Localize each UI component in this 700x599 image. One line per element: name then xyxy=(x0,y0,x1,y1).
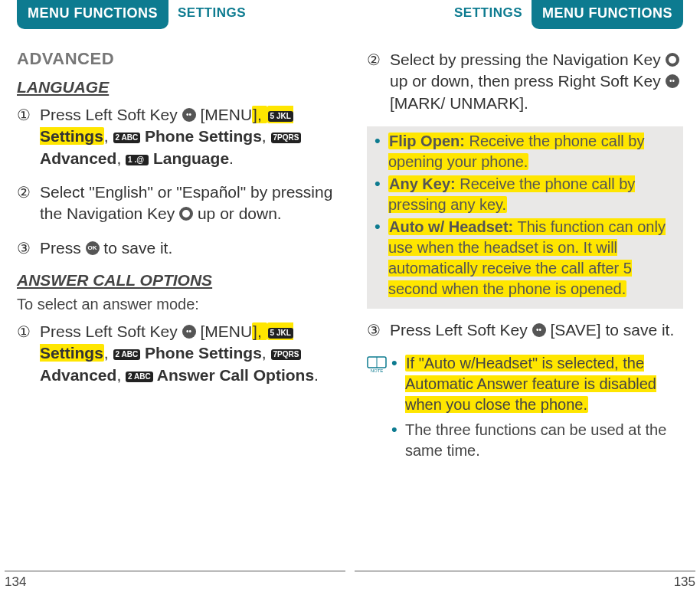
key-2-icon xyxy=(113,133,141,143)
step-body: Select "English" or "Español" by pressin… xyxy=(40,182,333,225)
key-2-icon xyxy=(126,372,153,382)
text-bold: Advanced xyxy=(40,366,116,384)
note-list: If "Auto w/Headset" is selected, the Aut… xyxy=(391,353,683,466)
text-bold: Settings xyxy=(40,127,103,145)
header-row-right: SETTINGS MENU FUNCTIONS xyxy=(367,0,683,31)
text: Press Left Soft Key xyxy=(390,321,532,339)
key-7-icon xyxy=(271,349,302,360)
right-soft-key-icon xyxy=(666,74,679,88)
settings-label-right: SETTINGS xyxy=(445,0,532,26)
text-bold: Phone Settings xyxy=(140,344,262,362)
footer-rule xyxy=(355,571,695,571)
text: [SAVE] to save it. xyxy=(546,321,675,339)
text: [MENU xyxy=(196,106,253,123)
page-number-left: 134 xyxy=(5,574,26,590)
info-panel: Flip Open: Receive the phone call by ope… xyxy=(367,126,683,309)
step-body: Select by pressing the Navigation Key up… xyxy=(390,49,683,114)
page-number-right: 135 xyxy=(674,574,695,590)
text-bold: Answer Call Options xyxy=(153,366,314,384)
step-body: Press Left Soft Key [MENU], Settings, Ph… xyxy=(40,321,333,386)
menu-functions-tab: MENU FUNCTIONS xyxy=(17,0,168,29)
key-7-icon xyxy=(271,133,302,143)
language-step-1: ① Press Left Soft Key [MENU], Settings, … xyxy=(17,104,333,169)
left-soft-key-icon xyxy=(182,325,196,339)
note-row-2: The three functions can be used at the s… xyxy=(391,420,683,461)
key-5-icon xyxy=(268,328,293,339)
text: [MARK/ UNMARK]. xyxy=(390,94,528,112)
text: . xyxy=(229,149,234,167)
step-body: Press Left Soft Key [SAVE] to save it. xyxy=(390,319,683,341)
key-5-icon xyxy=(268,111,293,122)
page-spread: MENU FUNCTIONS SETTINGS ADVANCED LANGUAG… xyxy=(0,0,700,599)
text-bold: Advanced xyxy=(40,149,116,167)
step-number: ② xyxy=(367,49,390,114)
language-step-3: ③ Press to save it. xyxy=(17,237,333,259)
step-number: ① xyxy=(17,104,40,169)
highlight: Any Key: Receive the phone call by press… xyxy=(388,175,635,213)
text: The three functions can be used at the s… xyxy=(405,421,666,459)
note-block: NOTE If "Auto w/Headset" is selected, th… xyxy=(367,353,683,466)
text: Press xyxy=(40,239,86,257)
key-2-icon xyxy=(113,349,141,360)
right-step-3: ③ Press Left Soft Key [SAVE] to save it. xyxy=(367,319,683,341)
navigation-key-icon xyxy=(666,53,679,67)
language-step-2: ② Select "English" or "Español" by press… xyxy=(17,182,333,225)
highlight: Flip Open: Receive the phone call by ope… xyxy=(388,133,644,170)
highlight: If "Auto w/Headset" is selected, the Aut… xyxy=(405,355,656,413)
info-label: Auto w/ Headset: xyxy=(389,218,513,235)
info-label: Any Key: xyxy=(389,175,456,192)
step-body: Press Left Soft Key [MENU], Settings, Ph… xyxy=(40,104,333,169)
page-left: MENU FUNCTIONS SETTINGS ADVANCED LANGUAG… xyxy=(0,0,350,599)
footer-rule xyxy=(5,571,345,571)
info-row-flip-open: Flip Open: Receive the phone call by ope… xyxy=(388,131,675,172)
text: Select by pressing the Navigation Key xyxy=(390,51,666,68)
step-body: Press to save it. xyxy=(40,237,333,259)
text: to save it. xyxy=(100,239,173,257)
step-number: ① xyxy=(17,321,40,386)
step-number: ③ xyxy=(367,319,390,341)
page-right: SETTINGS MENU FUNCTIONS ② Select by pres… xyxy=(350,0,700,599)
text: , xyxy=(116,366,126,384)
text-bold: Language xyxy=(149,149,229,167)
header-row-left: MENU FUNCTIONS SETTINGS xyxy=(17,0,333,31)
text: . xyxy=(314,366,319,384)
right-step-2: ② Select by pressing the Navigation Key … xyxy=(367,49,683,114)
key-1-icon xyxy=(126,155,149,165)
text: , xyxy=(104,344,113,362)
text: Press Left Soft Key xyxy=(40,322,182,340)
ok-key-icon xyxy=(86,241,100,255)
note-icon: NOTE xyxy=(367,353,391,466)
text-bold: Phone Settings xyxy=(140,127,262,145)
highlight: Auto w/ Headset: This function can only … xyxy=(388,218,666,297)
highlight: ], xyxy=(252,322,267,340)
subsection-language: LANGUAGE xyxy=(17,78,333,97)
text: , xyxy=(116,149,126,167)
left-soft-key-icon xyxy=(182,108,196,122)
info-row-any-key: Any Key: Receive the phone call by press… xyxy=(388,174,675,215)
answer-step-1: ① Press Left Soft Key [MENU], Settings, … xyxy=(17,321,333,386)
text-bold: Settings xyxy=(40,344,103,362)
navigation-key-icon xyxy=(179,207,193,221)
text: , xyxy=(262,344,271,362)
note-row-1: If "Auto w/Headset" is selected, the Aut… xyxy=(391,353,683,415)
step-number: ② xyxy=(17,182,40,225)
text: Press Left Soft Key xyxy=(40,106,182,123)
intro-text: To select an answer mode: xyxy=(17,296,333,313)
section-title-advanced: ADVANCED xyxy=(17,49,333,69)
info-label: Flip Open: xyxy=(389,133,465,149)
left-soft-key-icon xyxy=(532,323,546,337)
subsection-answer-call: ANSWER CALL OPTIONS xyxy=(17,271,333,290)
step-number: ③ xyxy=(17,237,40,259)
settings-label-left: SETTINGS xyxy=(168,0,255,26)
text: up or down. xyxy=(193,205,282,222)
svg-text:NOTE: NOTE xyxy=(371,368,384,373)
menu-functions-tab: MENU FUNCTIONS xyxy=(532,0,683,29)
highlight: ], xyxy=(252,106,267,123)
info-row-auto-headset: Auto w/ Headset: This function can only … xyxy=(388,217,675,300)
text: up or down, then press Right Soft Key xyxy=(390,72,666,90)
text: [MENU xyxy=(196,322,253,340)
text: , xyxy=(262,127,271,145)
text: , xyxy=(104,127,113,145)
